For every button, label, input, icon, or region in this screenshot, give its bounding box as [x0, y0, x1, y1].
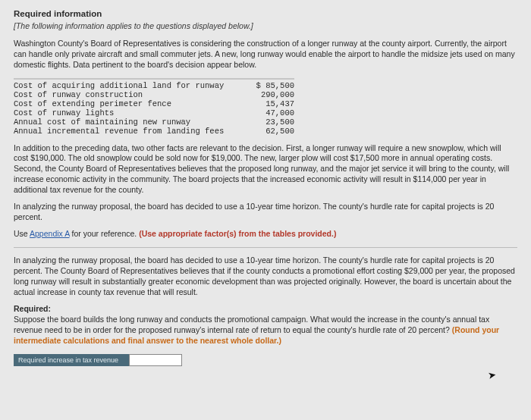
cost-label: Annual cost of maintaining new runway [14, 118, 241, 127]
required-text: Suppose the board builds the long runway… [14, 315, 489, 334]
appendix-prefix: Use [14, 229, 30, 238]
table-row: Cost of runway lights47,000 [14, 108, 517, 118]
table-row: Cost of acquiring additional land for ru… [14, 81, 517, 90]
paragraph-additional-data: In addition to the preceding data, two o… [14, 143, 517, 196]
tax-revenue-input[interactable] [129, 354, 182, 366]
paragraph-horizon: In analyzing the runway proposal, the bo… [14, 202, 517, 223]
cost-label: Cost of runway lights [14, 108, 241, 118]
cost-table: Cost of acquiring additional land for ru… [14, 78, 517, 136]
divider [14, 247, 517, 248]
section-title: Required information [14, 9, 517, 18]
answer-row: Required increase in tax revenue [14, 354, 517, 366]
answer-field-label: Required increase in tax revenue [14, 354, 129, 366]
required-label: Required: [14, 304, 517, 313]
intro-paragraph: Washington County's Board of Representat… [14, 38, 517, 71]
cost-label: Cost of extending perimeter fence [14, 99, 241, 108]
cursor-icon: ➤ [487, 368, 497, 381]
cost-label: Cost of acquiring additional land for ru… [14, 81, 241, 90]
required-question: Suppose the board builds the long runway… [14, 315, 517, 346]
appendix-mid: for your reference. [70, 229, 140, 238]
paragraph-promo: In analyzing the runway proposal, the bo… [14, 255, 517, 298]
appendix-link[interactable]: Appendix A [30, 229, 70, 238]
cost-value: 47,000 [241, 108, 294, 118]
cost-label: Cost of runway construction [14, 90, 241, 99]
table-row: Annual cost of maintaining new runway23,… [14, 118, 517, 127]
cost-value: 15,437 [241, 99, 294, 108]
cost-value: 290,000 [241, 90, 294, 99]
cost-label: Annual incremental revenue from landing … [14, 127, 241, 136]
section-subtitle: [The following information applies to th… [14, 21, 517, 30]
appendix-line: Use Appendix A for your reference. (Use … [14, 229, 517, 238]
table-row: Cost of extending perimeter fence15,437 [14, 99, 517, 108]
cost-value: 62,500 [241, 127, 294, 136]
table-row: Annual incremental revenue from landing … [14, 127, 517, 136]
table-row: Cost of runway construction290,000 [14, 90, 517, 99]
cost-value: $ 85,500 [241, 81, 294, 90]
appendix-note: (Use appropriate factor(s) from the tabl… [139, 229, 336, 238]
cost-value: 23,500 [241, 118, 294, 127]
